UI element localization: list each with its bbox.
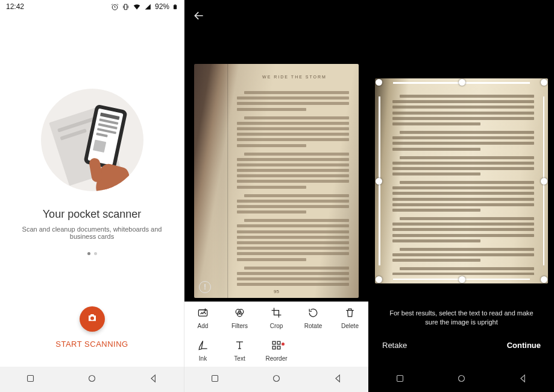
hand-icon (92, 152, 134, 191)
add-button[interactable]: Add (184, 302, 221, 334)
crop-handle[interactable] (376, 178, 382, 185)
edit-scan-screen: WE RIDE THE STORM 95 ! Add Filters (184, 0, 369, 392)
delete-button[interactable]: Delete (332, 302, 368, 334)
filters-button[interactable]: Filters (221, 302, 258, 334)
svg-rect-12 (212, 375, 218, 381)
alarm-icon (111, 3, 119, 11)
svg-rect-10 (272, 346, 275, 349)
reorder-icon (271, 340, 282, 353)
crop-button[interactable]: Crop (258, 302, 295, 334)
status-battery: 92% (155, 2, 169, 11)
crop-handle[interactable] (376, 79, 382, 86)
page-running-header: WE RIDE THE STORM (244, 75, 345, 79)
svg-rect-2 (28, 375, 34, 381)
status-right: 92% (111, 2, 178, 11)
retake-button[interactable]: Retake (382, 341, 407, 350)
tool-label: Add (198, 323, 209, 329)
hero-subtitle: Scan and cleanup documents, whiteboards … (0, 226, 184, 240)
nav-home-button[interactable] (456, 373, 467, 386)
reorder-button[interactable]: Reorder (258, 334, 295, 367)
crop-handle[interactable] (376, 276, 382, 283)
crop-handle[interactable] (459, 79, 465, 86)
hero: Your pocket scanner Scan and cleanup doc… (0, 89, 184, 255)
wifi-icon (133, 2, 141, 11)
nav-home-button[interactable] (87, 373, 97, 386)
nav-recent-button[interactable] (210, 373, 220, 386)
svg-point-13 (274, 375, 280, 381)
svg-rect-8 (272, 341, 275, 344)
svg-rect-4 (198, 309, 207, 315)
warning-icon[interactable]: ! (199, 281, 211, 293)
page-text (392, 89, 534, 275)
crop-handle[interactable] (459, 276, 465, 283)
tool-label: Delete (341, 323, 359, 329)
start-scanning-label: START SCANNING (0, 340, 184, 349)
filters-icon (234, 307, 245, 321)
vibrate-icon (122, 3, 130, 11)
android-nav-bar (184, 367, 368, 392)
welcome-screen: 12:42 92% Your pocket scanner (0, 0, 184, 392)
nav-back-button[interactable] (518, 373, 528, 386)
nav-back-button[interactable] (333, 373, 343, 386)
start-scanning-button[interactable] (80, 306, 105, 332)
edit-toolbar: Add Filters Crop Rotate Delete Ink (184, 302, 368, 367)
ink-button[interactable]: Ink (184, 334, 221, 367)
rotate-button[interactable]: Rotate (295, 302, 332, 334)
svg-rect-9 (277, 341, 280, 344)
page-text (237, 86, 349, 286)
svg-rect-0 (174, 5, 177, 9)
nav-home-button[interactable] (271, 373, 282, 386)
page-indicator[interactable] (87, 252, 97, 255)
tool-label: Text (234, 355, 245, 362)
crop-confirm-screen: For best results, select the text to rea… (369, 0, 554, 392)
nav-recent-button[interactable] (395, 373, 405, 386)
text-button[interactable]: Text (221, 334, 258, 367)
android-nav-bar (0, 367, 184, 392)
crop-handle[interactable] (541, 79, 547, 86)
hint-text: For best results, select the text to rea… (369, 309, 554, 327)
svg-point-15 (459, 375, 465, 381)
status-bar: 12:42 92% (0, 0, 184, 13)
tool-label: Rotate (304, 323, 322, 329)
svg-rect-11 (277, 346, 280, 349)
page-dot[interactable] (94, 252, 97, 255)
tool-label: Ink (199, 355, 207, 362)
add-icon (197, 307, 209, 321)
svg-rect-14 (397, 375, 403, 381)
svg-point-3 (89, 375, 95, 381)
pen-icon (197, 340, 209, 353)
tool-label: Filters (231, 323, 248, 329)
camera-icon (87, 312, 98, 326)
scanned-page[interactable]: WE RIDE THE STORM 95 ! (194, 64, 359, 298)
crop-handle[interactable] (541, 276, 547, 283)
hero-title: Your pocket scanner (43, 208, 141, 221)
hero-illustration (41, 89, 143, 191)
nav-recent-button[interactable] (25, 373, 36, 386)
battery-icon (172, 3, 178, 11)
crop-preview[interactable] (375, 78, 548, 283)
notification-dot-icon (282, 343, 285, 346)
crop-icon (271, 307, 282, 321)
svg-rect-1 (174, 4, 175, 5)
trash-icon (344, 307, 356, 321)
text-icon (234, 340, 245, 353)
signal-icon (144, 3, 152, 11)
status-time: 12:42 (6, 2, 24, 11)
back-button[interactable] (193, 10, 205, 24)
android-nav-bar (369, 367, 554, 392)
top-bar (184, 0, 368, 34)
action-bar: Retake Continue (369, 332, 554, 358)
crop-handle[interactable] (541, 178, 547, 185)
nav-back-button[interactable] (148, 373, 159, 386)
rotate-icon (307, 307, 319, 321)
tool-label: Reorder (265, 355, 287, 362)
tool-label: Crop (270, 323, 283, 329)
continue-button[interactable]: Continue (507, 341, 541, 350)
page-dot[interactable] (87, 252, 90, 255)
page-number: 95 (194, 289, 359, 294)
